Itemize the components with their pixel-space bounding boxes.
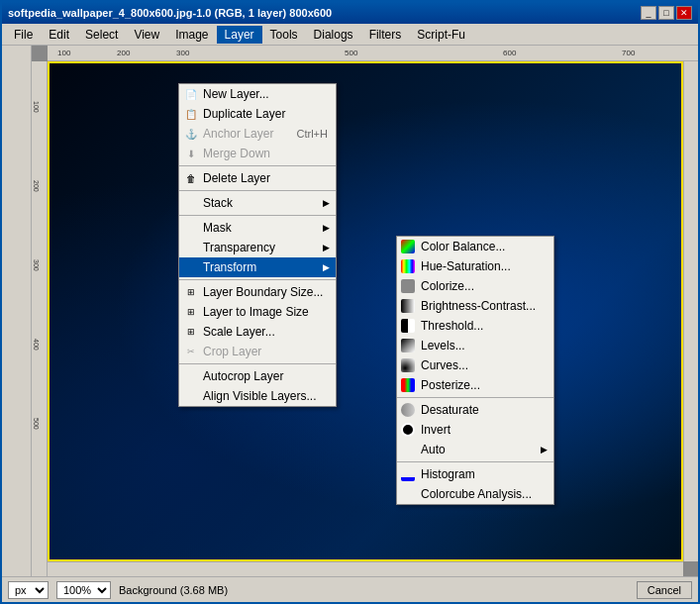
desaturate-item[interactable]: Desaturate bbox=[397, 400, 553, 420]
curves-icon bbox=[401, 358, 415, 372]
layer-menu-scale-layer[interactable]: ⊞ Scale Layer... bbox=[179, 322, 336, 342]
to-image-size-icon: ⊞ bbox=[183, 304, 199, 320]
crop-layer-icon: ✂ bbox=[183, 344, 199, 359]
histogram-item[interactable]: Histogram bbox=[397, 464, 553, 484]
layer-menu-transform[interactable]: Transform bbox=[179, 257, 336, 277]
scrollbar-horizontal[interactable] bbox=[48, 561, 683, 576]
separator-5 bbox=[179, 363, 336, 364]
colors-submenu: Color Balance... Hue-Saturation... Color… bbox=[396, 236, 554, 505]
hue-saturation-icon bbox=[401, 259, 415, 273]
layer-menu-crop-layer: ✂ Crop Layer bbox=[179, 342, 336, 361]
layer-menu-autocrop-layer[interactable]: Autocrop Layer bbox=[179, 366, 336, 386]
zoom-selector: 100% 50% 200% bbox=[56, 581, 111, 599]
content-area: 100 200 300 500 600 700 100 200 300 400 … bbox=[2, 46, 698, 576]
layer-menu-boundary-size[interactable]: ⊞ Layer Boundary Size... bbox=[179, 282, 336, 302]
anchor-layer-shortcut: Ctrl+H bbox=[297, 128, 328, 140]
window-title: softpedia_wallpaper_4_800x600.jpg-1.0 (R… bbox=[8, 7, 332, 19]
maximize-button[interactable]: □ bbox=[658, 6, 674, 20]
desaturate-icon bbox=[401, 403, 415, 417]
curves-item[interactable]: Curves... bbox=[397, 355, 553, 375]
threshold-icon bbox=[401, 319, 415, 333]
window-controls: _ □ ✕ bbox=[641, 6, 692, 20]
scrollbar-vertical[interactable] bbox=[683, 61, 698, 561]
main-window: softpedia_wallpaper_4_800x600.jpg-1.0 (R… bbox=[0, 0, 700, 604]
menu-layer[interactable]: Layer bbox=[217, 26, 262, 44]
ruler-top: 100 200 300 500 600 700 bbox=[48, 46, 698, 61]
menubar: File Edit Select View Image Layer Tools … bbox=[2, 24, 698, 46]
color-balance-icon bbox=[401, 240, 415, 253]
layer-menu-mask[interactable]: Mask bbox=[179, 218, 336, 238]
delete-layer-icon: 🗑 bbox=[183, 170, 199, 186]
boundary-size-icon: ⊞ bbox=[183, 284, 199, 300]
brightness-contrast-item[interactable]: Brightness-Contrast... bbox=[397, 296, 553, 316]
threshold-item[interactable]: Threshold... bbox=[397, 316, 553, 336]
menu-filters[interactable]: Filters bbox=[361, 26, 410, 44]
separator-4 bbox=[179, 279, 336, 280]
anchor-layer-icon: ⚓ bbox=[183, 126, 199, 142]
new-layer-icon: 📄 bbox=[183, 86, 199, 102]
layer-menu-anchor-layer: ⚓ Anchor Layer Ctrl+H bbox=[179, 124, 336, 144]
posterize-item[interactable]: Posterize... bbox=[397, 375, 553, 395]
menu-dialogs[interactable]: Dialogs bbox=[306, 26, 361, 44]
cancel-button[interactable]: Cancel bbox=[637, 581, 692, 599]
brightness-contrast-icon bbox=[401, 299, 415, 313]
posterize-icon bbox=[401, 378, 415, 392]
separator-1 bbox=[179, 165, 336, 166]
toolbox bbox=[2, 46, 32, 576]
merge-down-icon: ⬇ bbox=[183, 146, 199, 161]
layer-menu-merge-down: ⬇ Merge Down bbox=[179, 144, 336, 163]
menu-image[interactable]: Image bbox=[167, 26, 216, 44]
layer-menu-duplicate-layer[interactable]: 📋 Duplicate Layer bbox=[179, 104, 336, 124]
colors-separator-2 bbox=[397, 461, 553, 462]
unit-select[interactable]: px cm in bbox=[8, 581, 49, 599]
layer-menu-transparency[interactable]: Transparency bbox=[179, 238, 336, 257]
title-bar: softpedia_wallpaper_4_800x600.jpg-1.0 (R… bbox=[2, 2, 698, 24]
menu-select[interactable]: Select bbox=[77, 26, 126, 44]
status-bar: px cm in 100% 50% 200% Background (3.68 … bbox=[2, 576, 698, 602]
canvas-container: 100 200 300 500 600 700 100 200 300 400 … bbox=[32, 46, 698, 576]
auto-item[interactable]: Auto bbox=[397, 440, 553, 459]
levels-item[interactable]: Levels... bbox=[397, 336, 553, 355]
histogram-icon bbox=[401, 467, 415, 481]
layer-menu-new-layer[interactable]: 📄 New Layer... bbox=[179, 84, 336, 104]
duplicate-layer-icon: 📋 bbox=[183, 106, 199, 122]
menu-tools[interactable]: Tools bbox=[262, 26, 306, 44]
unit-selector: px cm in bbox=[8, 581, 49, 599]
colors-separator-1 bbox=[397, 397, 553, 398]
separator-3 bbox=[179, 215, 336, 216]
zoom-select[interactable]: 100% 50% 200% bbox=[56, 581, 111, 599]
menu-edit[interactable]: Edit bbox=[41, 26, 77, 44]
colorize-icon bbox=[401, 279, 415, 293]
layer-menu-align-visible-layers[interactable]: Align Visible Layers... bbox=[179, 386, 336, 406]
invert-item[interactable]: Invert bbox=[397, 420, 553, 440]
hue-saturation-item[interactable]: Hue-Saturation... bbox=[397, 256, 553, 276]
invert-icon bbox=[401, 423, 415, 437]
color-balance-item[interactable]: Color Balance... bbox=[397, 237, 553, 256]
menu-file[interactable]: File bbox=[6, 26, 41, 44]
separator-2 bbox=[179, 190, 336, 191]
colorize-item[interactable]: Colorize... bbox=[397, 276, 553, 296]
layer-info: Background (3.68 MB) bbox=[119, 584, 228, 596]
layer-menu-to-image-size[interactable]: ⊞ Layer to Image Size bbox=[179, 302, 336, 322]
colorcube-analysis-item[interactable]: Colorcube Analysis... bbox=[397, 484, 553, 504]
layer-menu: 📄 New Layer... 📋 Duplicate Layer ⚓ Ancho… bbox=[178, 83, 337, 407]
layer-menu-stack[interactable]: Stack bbox=[179, 193, 336, 213]
close-button[interactable]: ✕ bbox=[676, 6, 692, 20]
ruler-left: 100 200 300 400 500 bbox=[32, 61, 48, 576]
minimize-button[interactable]: _ bbox=[641, 6, 656, 20]
canvas-image-inner bbox=[50, 63, 681, 559]
menu-view[interactable]: View bbox=[126, 26, 167, 44]
layer-menu-delete-layer[interactable]: 🗑 Delete Layer bbox=[179, 168, 336, 188]
menu-script-fu[interactable]: Script-Fu bbox=[409, 26, 473, 44]
canvas-image bbox=[48, 61, 683, 561]
levels-icon bbox=[401, 339, 415, 352]
scale-layer-icon: ⊞ bbox=[183, 324, 199, 340]
